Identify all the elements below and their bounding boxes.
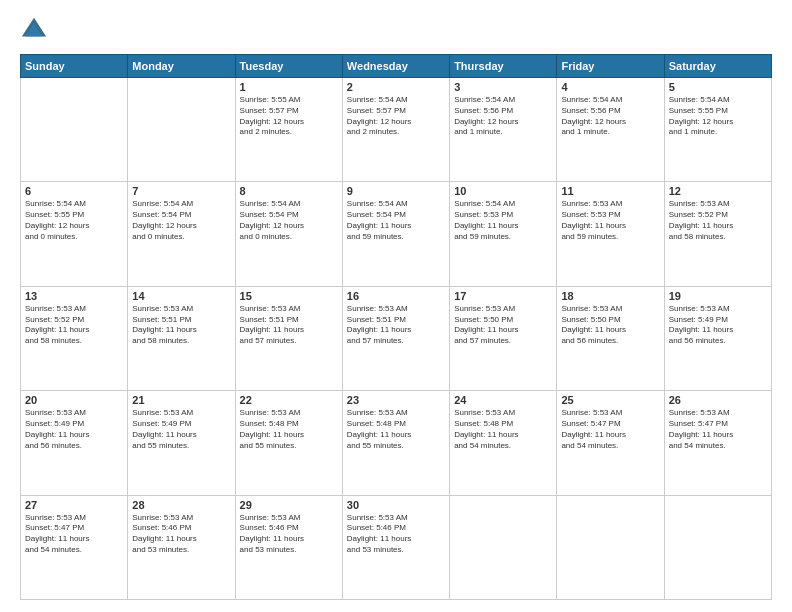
day-number: 29 [240, 499, 338, 511]
calendar-cell: 1Sunrise: 5:55 AM Sunset: 5:57 PM Daylig… [235, 78, 342, 182]
calendar-cell: 2Sunrise: 5:54 AM Sunset: 5:57 PM Daylig… [342, 78, 449, 182]
day-content: Sunrise: 5:54 AM Sunset: 5:54 PM Dayligh… [347, 199, 445, 242]
weekday-header-friday: Friday [557, 55, 664, 78]
day-number: 17 [454, 290, 552, 302]
calendar-cell: 25Sunrise: 5:53 AM Sunset: 5:47 PM Dayli… [557, 391, 664, 495]
calendar-week-3: 13Sunrise: 5:53 AM Sunset: 5:52 PM Dayli… [21, 286, 772, 390]
day-content: Sunrise: 5:53 AM Sunset: 5:50 PM Dayligh… [561, 304, 659, 347]
day-content: Sunrise: 5:53 AM Sunset: 5:46 PM Dayligh… [240, 513, 338, 556]
day-content: Sunrise: 5:53 AM Sunset: 5:47 PM Dayligh… [561, 408, 659, 451]
calendar-cell: 8Sunrise: 5:54 AM Sunset: 5:54 PM Daylig… [235, 182, 342, 286]
calendar-cell [450, 495, 557, 599]
day-content: Sunrise: 5:53 AM Sunset: 5:46 PM Dayligh… [347, 513, 445, 556]
header [20, 16, 772, 44]
calendar-cell: 14Sunrise: 5:53 AM Sunset: 5:51 PM Dayli… [128, 286, 235, 390]
calendar-table: SundayMondayTuesdayWednesdayThursdayFrid… [20, 54, 772, 600]
day-number: 19 [669, 290, 767, 302]
calendar-cell: 23Sunrise: 5:53 AM Sunset: 5:48 PM Dayli… [342, 391, 449, 495]
day-number: 15 [240, 290, 338, 302]
day-content: Sunrise: 5:53 AM Sunset: 5:49 PM Dayligh… [25, 408, 123, 451]
day-number: 27 [25, 499, 123, 511]
weekday-header-tuesday: Tuesday [235, 55, 342, 78]
day-number: 10 [454, 185, 552, 197]
calendar-cell: 6Sunrise: 5:54 AM Sunset: 5:55 PM Daylig… [21, 182, 128, 286]
calendar-cell: 24Sunrise: 5:53 AM Sunset: 5:48 PM Dayli… [450, 391, 557, 495]
calendar-cell: 26Sunrise: 5:53 AM Sunset: 5:47 PM Dayli… [664, 391, 771, 495]
day-content: Sunrise: 5:53 AM Sunset: 5:48 PM Dayligh… [454, 408, 552, 451]
day-number: 25 [561, 394, 659, 406]
day-number: 9 [347, 185, 445, 197]
day-content: Sunrise: 5:53 AM Sunset: 5:48 PM Dayligh… [347, 408, 445, 451]
calendar-cell [557, 495, 664, 599]
calendar-cell [21, 78, 128, 182]
day-content: Sunrise: 5:53 AM Sunset: 5:51 PM Dayligh… [240, 304, 338, 347]
calendar-cell: 7Sunrise: 5:54 AM Sunset: 5:54 PM Daylig… [128, 182, 235, 286]
day-number: 24 [454, 394, 552, 406]
calendar-cell: 9Sunrise: 5:54 AM Sunset: 5:54 PM Daylig… [342, 182, 449, 286]
calendar-cell [128, 78, 235, 182]
day-content: Sunrise: 5:53 AM Sunset: 5:52 PM Dayligh… [669, 199, 767, 242]
calendar-week-4: 20Sunrise: 5:53 AM Sunset: 5:49 PM Dayli… [21, 391, 772, 495]
day-number: 21 [132, 394, 230, 406]
weekday-header-wednesday: Wednesday [342, 55, 449, 78]
calendar-cell: 11Sunrise: 5:53 AM Sunset: 5:53 PM Dayli… [557, 182, 664, 286]
calendar-cell: 18Sunrise: 5:53 AM Sunset: 5:50 PM Dayli… [557, 286, 664, 390]
weekday-header-sunday: Sunday [21, 55, 128, 78]
day-number: 6 [25, 185, 123, 197]
calendar-cell [664, 495, 771, 599]
day-number: 18 [561, 290, 659, 302]
calendar-cell: 22Sunrise: 5:53 AM Sunset: 5:48 PM Dayli… [235, 391, 342, 495]
calendar-cell: 19Sunrise: 5:53 AM Sunset: 5:49 PM Dayli… [664, 286, 771, 390]
day-content: Sunrise: 5:53 AM Sunset: 5:52 PM Dayligh… [25, 304, 123, 347]
day-content: Sunrise: 5:53 AM Sunset: 5:47 PM Dayligh… [25, 513, 123, 556]
calendar-cell: 10Sunrise: 5:54 AM Sunset: 5:53 PM Dayli… [450, 182, 557, 286]
calendar-cell: 12Sunrise: 5:53 AM Sunset: 5:52 PM Dayli… [664, 182, 771, 286]
weekday-header-thursday: Thursday [450, 55, 557, 78]
calendar-cell: 17Sunrise: 5:53 AM Sunset: 5:50 PM Dayli… [450, 286, 557, 390]
logo-icon [20, 16, 48, 44]
day-number: 13 [25, 290, 123, 302]
weekday-header-row: SundayMondayTuesdayWednesdayThursdayFrid… [21, 55, 772, 78]
day-number: 23 [347, 394, 445, 406]
logo [20, 16, 52, 44]
day-number: 28 [132, 499, 230, 511]
day-content: Sunrise: 5:53 AM Sunset: 5:48 PM Dayligh… [240, 408, 338, 451]
day-content: Sunrise: 5:53 AM Sunset: 5:49 PM Dayligh… [132, 408, 230, 451]
day-number: 22 [240, 394, 338, 406]
calendar-cell: 13Sunrise: 5:53 AM Sunset: 5:52 PM Dayli… [21, 286, 128, 390]
day-content: Sunrise: 5:53 AM Sunset: 5:46 PM Dayligh… [132, 513, 230, 556]
day-content: Sunrise: 5:54 AM Sunset: 5:56 PM Dayligh… [561, 95, 659, 138]
calendar-cell: 4Sunrise: 5:54 AM Sunset: 5:56 PM Daylig… [557, 78, 664, 182]
day-content: Sunrise: 5:54 AM Sunset: 5:54 PM Dayligh… [132, 199, 230, 242]
day-number: 14 [132, 290, 230, 302]
day-number: 20 [25, 394, 123, 406]
calendar-cell: 15Sunrise: 5:53 AM Sunset: 5:51 PM Dayli… [235, 286, 342, 390]
day-number: 8 [240, 185, 338, 197]
day-content: Sunrise: 5:54 AM Sunset: 5:57 PM Dayligh… [347, 95, 445, 138]
calendar-week-1: 1Sunrise: 5:55 AM Sunset: 5:57 PM Daylig… [21, 78, 772, 182]
calendar-cell: 3Sunrise: 5:54 AM Sunset: 5:56 PM Daylig… [450, 78, 557, 182]
day-content: Sunrise: 5:54 AM Sunset: 5:55 PM Dayligh… [25, 199, 123, 242]
day-number: 12 [669, 185, 767, 197]
day-content: Sunrise: 5:55 AM Sunset: 5:57 PM Dayligh… [240, 95, 338, 138]
day-number: 5 [669, 81, 767, 93]
day-content: Sunrise: 5:54 AM Sunset: 5:53 PM Dayligh… [454, 199, 552, 242]
calendar-cell: 5Sunrise: 5:54 AM Sunset: 5:55 PM Daylig… [664, 78, 771, 182]
day-content: Sunrise: 5:54 AM Sunset: 5:54 PM Dayligh… [240, 199, 338, 242]
calendar-week-5: 27Sunrise: 5:53 AM Sunset: 5:47 PM Dayli… [21, 495, 772, 599]
calendar-cell: 28Sunrise: 5:53 AM Sunset: 5:46 PM Dayli… [128, 495, 235, 599]
calendar-cell: 20Sunrise: 5:53 AM Sunset: 5:49 PM Dayli… [21, 391, 128, 495]
calendar-week-2: 6Sunrise: 5:54 AM Sunset: 5:55 PM Daylig… [21, 182, 772, 286]
day-content: Sunrise: 5:54 AM Sunset: 5:56 PM Dayligh… [454, 95, 552, 138]
calendar-cell: 29Sunrise: 5:53 AM Sunset: 5:46 PM Dayli… [235, 495, 342, 599]
weekday-header-saturday: Saturday [664, 55, 771, 78]
day-content: Sunrise: 5:53 AM Sunset: 5:50 PM Dayligh… [454, 304, 552, 347]
page: SundayMondayTuesdayWednesdayThursdayFrid… [0, 0, 792, 612]
calendar-cell: 16Sunrise: 5:53 AM Sunset: 5:51 PM Dayli… [342, 286, 449, 390]
calendar-cell: 30Sunrise: 5:53 AM Sunset: 5:46 PM Dayli… [342, 495, 449, 599]
day-content: Sunrise: 5:53 AM Sunset: 5:51 PM Dayligh… [132, 304, 230, 347]
day-number: 2 [347, 81, 445, 93]
day-number: 1 [240, 81, 338, 93]
day-number: 7 [132, 185, 230, 197]
calendar-cell: 27Sunrise: 5:53 AM Sunset: 5:47 PM Dayli… [21, 495, 128, 599]
